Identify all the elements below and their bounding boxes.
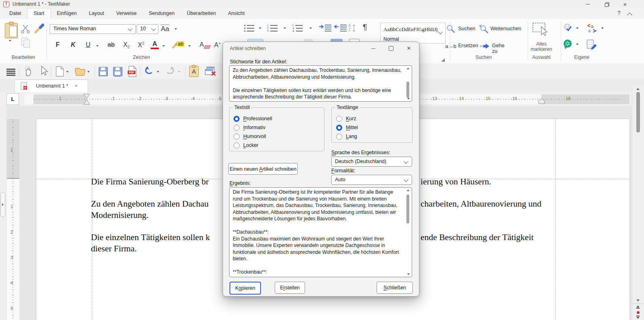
language-label: Sprache des Ergebnisses: (331, 150, 390, 155)
textlaenge-legend: Textlänge (335, 105, 360, 110)
dialog-title: Artikel schreiben (230, 46, 266, 51)
keywords-scrollbar[interactable] (406, 67, 410, 100)
previous-page-button[interactable] (636, 305, 640, 309)
close-icon: × (407, 44, 411, 52)
radio-icon[interactable] (234, 142, 240, 148)
scroll-up-icon[interactable] (407, 67, 410, 69)
kopieren-button[interactable]: Kopieren (229, 282, 261, 295)
scroll-down-icon[interactable] (407, 273, 410, 275)
radio-icon[interactable] (336, 125, 342, 131)
erstellen-button[interactable]: Erstellen (275, 282, 305, 294)
keywords-textarea[interactable]: Zu den Angeboten zählen Dachausbau, Troc… (229, 65, 412, 102)
formality-label: Formalität: (331, 168, 355, 174)
language-value: Deutsch (Deutschland) (335, 159, 386, 164)
radio-humorvoll[interactable]: Humorvoll (234, 133, 266, 140)
dialog-maximize-button[interactable] (383, 43, 399, 54)
radio-icon[interactable] (336, 116, 342, 122)
radio-mittel[interactable]: Mittel (336, 124, 358, 131)
dialog-close-button[interactable]: × (401, 43, 417, 54)
result-textarea[interactable]: Die Firma Sanierung-Oberberg ist Ihr kom… (229, 187, 412, 277)
textstil-legend: Textstil (233, 105, 251, 110)
radio-kurz[interactable]: Kurz (336, 115, 356, 122)
result-text[interactable]: Die Firma Sanierung-Oberberg ist Ihr kom… (233, 189, 404, 276)
scrollbar-thumb[interactable] (636, 92, 640, 132)
formality-value: Auto (335, 177, 345, 182)
chevron-down-icon (404, 177, 408, 182)
radio-icon[interactable] (234, 134, 240, 140)
formality-select[interactable]: Auto (331, 175, 412, 185)
next-page-button[interactable] (636, 316, 640, 319)
result-scrollbar[interactable] (406, 189, 410, 276)
artikel-schreiben-dialog: Artikel schreiben × Stichworte für den A… (223, 42, 419, 297)
scrollbar-thumb[interactable] (406, 82, 409, 98)
language-select[interactable]: Deutsch (Deutschland) (331, 157, 412, 167)
scroll-down-icon[interactable] (407, 98, 410, 99)
scrollbar-thumb[interactable] (406, 195, 409, 224)
keywords-text[interactable]: Zu den Angeboten zählen Dachausbau, Troc… (233, 67, 404, 100)
scroll-down-icon[interactable] (636, 299, 640, 301)
textmaker-window: T Unbenannt 1 * - TextMaker × DateiStart… (0, 0, 644, 320)
result-label: Ergebnis: (229, 180, 251, 186)
radio-icon[interactable] (234, 125, 240, 131)
chevron-down-icon (404, 159, 408, 163)
schliessen-button[interactable]: Schließen (377, 282, 413, 294)
dialog-minimize-button[interactable] (365, 43, 381, 54)
radio-icon[interactable] (234, 116, 240, 122)
keywords-label: Stichworte für den Artikel: (230, 59, 287, 65)
browse-object-button[interactable] (637, 311, 640, 314)
radio-icon[interactable] (336, 134, 342, 140)
radio-locker[interactable]: Locker (234, 142, 259, 149)
scroll-up-icon[interactable] (407, 189, 410, 191)
write-article-button[interactable]: Einen neuen Artikel schreiben (228, 163, 298, 175)
radio-informativ[interactable]: Informativ (234, 124, 265, 131)
maximize-icon (389, 46, 394, 51)
radio-lang[interactable]: Lang (336, 133, 357, 140)
scroll-up-icon[interactable] (636, 88, 640, 90)
scrollbar-divider (632, 303, 644, 304)
minimize-icon (371, 48, 375, 49)
radio-professionell[interactable]: Professionell (234, 115, 272, 122)
